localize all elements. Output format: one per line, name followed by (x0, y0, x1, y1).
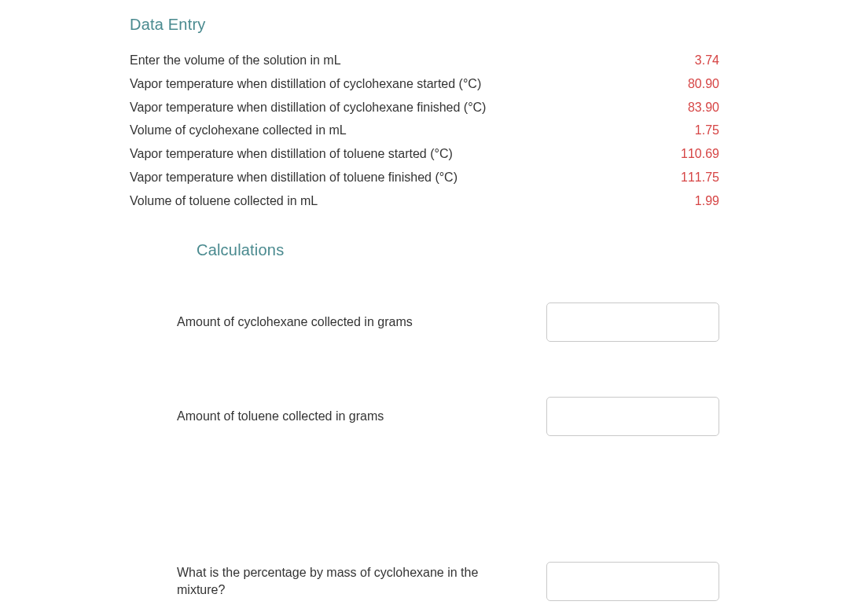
data-row: Vapor temperature when distillation of c… (130, 98, 719, 118)
calc-row-toluene-grams: Amount of toluene collected in grams (130, 397, 719, 436)
data-label: Vapor temperature when distillation of t… (130, 145, 453, 164)
data-value: 3.74 (695, 53, 719, 68)
data-label: Vapor temperature when distillation of c… (130, 75, 481, 94)
data-row: Volume of toluene collected in mL 1.99 (130, 192, 719, 211)
heading-data-entry: Data Entry (130, 16, 719, 34)
input-mass-percent[interactable] (546, 562, 719, 601)
data-value: 80.90 (688, 77, 719, 91)
faded-row (130, 491, 719, 515)
data-label: Enter the volume of the solution in mL (130, 51, 341, 71)
data-label: Vapor temperature when distillation of c… (130, 98, 486, 118)
calc-row-cyclohexane-grams: Amount of cyclohexane collected in grams (130, 302, 719, 342)
data-label: Vapor temperature when distillation of t… (130, 168, 458, 188)
data-label: Volume of cyclohexane collected in mL (130, 121, 347, 141)
calc-label: Amount of toluene collected in grams (177, 408, 384, 425)
data-value: 1.75 (695, 123, 719, 138)
calc-label: Amount of cyclohexane collected in grams (177, 314, 413, 331)
calc-label: What is the percentage by mass of cycloh… (177, 564, 515, 598)
data-row: Volume of cyclohexane collected in mL 1.… (130, 121, 719, 141)
data-row: Vapor temperature when distillation of c… (130, 75, 719, 94)
data-row: Vapor temperature when distillation of t… (130, 145, 719, 164)
data-value: 1.99 (695, 194, 719, 208)
page-container: Data Entry Enter the volume of the solut… (0, 0, 849, 601)
input-toluene-grams[interactable] (546, 397, 719, 436)
calc-row-mass-percent: What is the percentage by mass of cycloh… (130, 562, 719, 601)
heading-calculations: Calculations (197, 241, 719, 259)
data-value: 111.75 (681, 170, 719, 185)
data-value: 83.90 (688, 101, 719, 115)
input-cyclohexane-grams[interactable] (546, 302, 719, 342)
data-value: 110.69 (681, 147, 719, 161)
data-label: Volume of toluene collected in mL (130, 192, 318, 211)
data-row: Enter the volume of the solution in mL 3… (130, 51, 719, 71)
data-row: Vapor temperature when distillation of t… (130, 168, 719, 188)
